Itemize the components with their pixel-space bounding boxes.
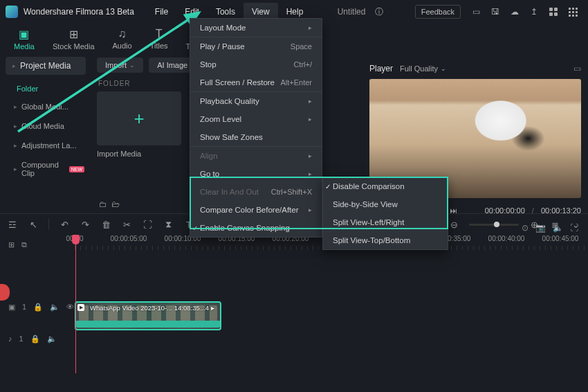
clip-label: WhatsApp Video 2023-10-... 14:08:35...4 …: [87, 304, 214, 312]
menu-stop[interactable]: StopCtrl+/: [190, 55, 322, 73]
quality-select[interactable]: Full Quality⌄: [400, 64, 446, 73]
app-title: Wondershare Filmora 13 Beta: [24, 7, 134, 17]
grid-icon[interactable]: [548, 6, 559, 17]
split-icon[interactable]: ✂: [121, 220, 132, 230]
menu-zoom-level[interactable]: Zoom Level▸: [190, 110, 322, 128]
link-track-icon[interactable]: ⧉: [21, 240, 27, 249]
folder-icon[interactable]: 🗁: [109, 199, 122, 209]
settings-dropdown-icon[interactable]: ⌄: [570, 220, 581, 230]
media-icon: ▣: [19, 28, 29, 41]
menu-goto[interactable]: Go to▸: [190, 165, 322, 183]
view-menu-dropdown: Layout Mode▸ Play / PauseSpace StopCtrl+…: [190, 18, 322, 238]
toggle-track-icon[interactable]: ⊞: [8, 240, 15, 249]
media-sidebar: ▸Project Media Folder ▸Global Medi... ▸C…: [0, 54, 91, 213]
sidebar-global-media[interactable]: ▸Global Medi...: [0, 97, 91, 116]
visibility-icon[interactable]: 👁: [66, 303, 74, 311]
save-icon[interactable]: 🖫: [490, 6, 501, 17]
menu-clear-in-out: Clear In And OutCtrl+Shift+X: [190, 183, 322, 201]
menu-split-tb[interactable]: Split View-Top/Bottom: [323, 231, 448, 249]
cloud-icon[interactable]: ☁: [509, 6, 520, 17]
tab-media[interactable]: ▣Media: [14, 28, 35, 51]
track-headers: ⊞⧉ ▣1 🔒 🔈 👁 ♪1 🔒 🔈: [0, 235, 75, 348]
record-voice-icon[interactable]: ⊙: [522, 223, 529, 233]
next-frame-icon[interactable]: ⏭: [450, 206, 457, 215]
titles-icon: T: [156, 28, 163, 40]
import-media-box[interactable]: +: [97, 91, 181, 145]
mute-audio-icon[interactable]: 🔈: [47, 335, 57, 344]
menu-layout-mode[interactable]: Layout Mode▸: [190, 19, 322, 37]
speed-icon[interactable]: ⧗: [163, 219, 174, 230]
ai-image-button[interactable]: AI Image: [149, 57, 196, 73]
tab-titles[interactable]: TTitles: [150, 28, 168, 50]
menu-play-pause[interactable]: Play / PauseSpace: [190, 37, 322, 55]
video-track-icon: ▣: [8, 303, 15, 312]
undo-icon[interactable]: ↶: [59, 220, 70, 230]
menu-align: Align▸: [190, 146, 322, 165]
plus-icon: +: [134, 108, 144, 130]
tab-audio[interactable]: ♫Audio: [113, 28, 132, 50]
audio-track-header[interactable]: ♪1 🔒 🔈: [0, 329, 75, 348]
sidebar-adjustment-layer[interactable]: ▸Adjustment La...: [0, 136, 91, 155]
redo-icon[interactable]: ↷: [80, 220, 91, 230]
apps-icon[interactable]: [567, 6, 578, 17]
tab-stock-media[interactable]: ⊞Stock Media: [53, 28, 95, 51]
menu-disable-comparison[interactable]: ✓Disable Comparison: [323, 177, 448, 195]
zoom-out-icon[interactable]: ⊖: [448, 220, 459, 230]
export-icon[interactable]: ↥: [529, 6, 540, 17]
mute-video-icon[interactable]: 🔈: [50, 303, 59, 312]
feedback-button[interactable]: Feedback: [415, 5, 461, 19]
menu-playback-quality[interactable]: Playback Quality▸: [190, 91, 322, 110]
zoom-in-icon[interactable]: ⊕: [529, 220, 540, 230]
sidebar-folder-label[interactable]: Folder: [0, 80, 91, 97]
new-badge: NEW: [69, 166, 84, 172]
compare-submenu: ✓Disable Comparison Side-by-Side View Sp…: [322, 177, 448, 250]
menu-side-by-side[interactable]: Side-by-Side View: [323, 195, 448, 213]
zoom-slider[interactable]: [469, 224, 519, 226]
total-time: 00:00:13:20: [541, 206, 581, 215]
sidebar-compound-clip[interactable]: ▸Compound ClipNEW: [0, 155, 91, 183]
add-track-icon[interactable]: ☲: [7, 220, 18, 230]
player-label: Player: [369, 64, 393, 73]
audio-track-icon: ♪: [8, 335, 12, 343]
screen-icon[interactable]: ▭: [470, 6, 481, 17]
sidebar-project-media[interactable]: ▸Project Media: [6, 57, 86, 75]
menu-compare-color[interactable]: Compare Color Before/After▸: [190, 201, 322, 219]
audio-icon: ♫: [118, 28, 127, 40]
menu-safe-zones[interactable]: Show Safe Zones: [190, 128, 322, 146]
select-tool-icon[interactable]: ↖: [28, 220, 39, 230]
video-track-header[interactable]: ▣1 🔒 🔈 👁: [0, 297, 75, 317]
playhead[interactable]: [75, 235, 76, 373]
lock-audio-icon[interactable]: 🔒: [30, 335, 40, 344]
menu-fullscreen[interactable]: Full Screen / RestoreAlt+Enter: [190, 73, 322, 91]
menu-file[interactable]: File: [147, 3, 176, 21]
timeline-clip[interactable]: ▶ WhatsApp Video 2023-10-... 14:08:35...…: [75, 301, 221, 330]
sidebar-cloud-media[interactable]: ▸Cloud Media: [0, 116, 91, 136]
stock-icon: ⊞: [69, 28, 78, 41]
delete-icon[interactable]: 🗑: [100, 220, 111, 230]
menu-split-lr[interactable]: Split View-Left/Right: [323, 213, 448, 231]
app-logo: [6, 6, 18, 18]
document-title: Untitled: [338, 7, 366, 17]
snapshot-top-icon[interactable]: ▭: [573, 64, 581, 73]
timeline-tracks[interactable]: 00:00 00:00:05:00 00:00:10:00 00:00:15:0…: [75, 235, 588, 373]
new-folder-icon[interactable]: 🗀: [97, 199, 109, 209]
clip-type-icon: ▶: [77, 304, 84, 311]
info-icon[interactable]: ⓘ: [374, 6, 385, 17]
crop-icon[interactable]: ⛶: [142, 220, 153, 230]
current-time: 00:00:00:00: [485, 206, 525, 215]
lock-icon[interactable]: 🔒: [33, 303, 43, 312]
timeline-view-icon[interactable]: ≣: [549, 220, 560, 230]
menu-canvas-snapping[interactable]: ✓Enable Canvas Snapping: [190, 219, 322, 237]
import-dropdown[interactable]: Import⌄: [97, 57, 143, 73]
